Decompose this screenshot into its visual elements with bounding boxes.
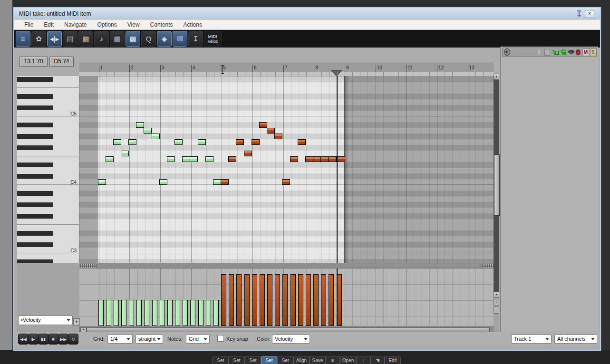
- black-key[interactable]: [17, 134, 53, 139]
- quantize-button[interactable]: Q: [141, 31, 156, 47]
- midi-note-G4[interactable]: [298, 139, 306, 145]
- velocity-bar[interactable]: [298, 274, 303, 326]
- menu-navigate[interactable]: Navigate: [59, 20, 92, 29]
- velocity-bar[interactable]: [290, 274, 296, 326]
- midi-note-C4[interactable]: [98, 179, 106, 185]
- velocity-bar[interactable]: [114, 300, 119, 326]
- midi-note-G4[interactable]: [252, 139, 260, 145]
- channel-dropdown[interactable]: All channels: [554, 335, 597, 344]
- midi-note-C4[interactable]: [221, 179, 229, 185]
- midi-note-G4[interactable]: [128, 139, 136, 145]
- forward-button[interactable]: ▶▶: [58, 334, 68, 345]
- scroll-down-button[interactable]: ▼: [494, 292, 499, 298]
- add-cc-lane-button[interactable]: +: [73, 318, 80, 326]
- taskbar-button-align[interactable]: Align: [293, 356, 310, 364]
- velocity-bar[interactable]: [229, 274, 234, 326]
- velocity-bar[interactable]: [329, 274, 334, 326]
- black-key[interactable]: [17, 123, 53, 127]
- velocity-bar[interactable]: [129, 300, 134, 326]
- taskbar-button-set[interactable]: Set: [229, 356, 245, 364]
- black-key[interactable]: [17, 259, 53, 263]
- track-play-icon[interactable]: ▶: [504, 48, 510, 56]
- menu-file[interactable]: File: [19, 20, 39, 29]
- velocity-bar[interactable]: [175, 300, 180, 326]
- midi-note-E4[interactable]: [182, 156, 190, 162]
- menu-actions[interactable]: Actions: [178, 20, 207, 29]
- pan-icon[interactable]: ◥: [370, 356, 385, 364]
- piano-roll-grid[interactable]: [79, 76, 494, 263]
- velocity-bar[interactable]: [206, 300, 211, 326]
- black-key[interactable]: [17, 214, 53, 219]
- black-key[interactable]: [17, 202, 53, 207]
- velocity-bar[interactable]: [306, 274, 311, 326]
- play-button[interactable]: ▶: [28, 334, 39, 345]
- midi-note-E4[interactable]: [328, 156, 336, 162]
- grid-rows-button[interactable]: ▩: [126, 31, 140, 47]
- velocity-bar[interactable]: [321, 274, 326, 326]
- splitter-grip-left[interactable]: [80, 264, 97, 268]
- black-key[interactable]: [17, 145, 53, 150]
- midi-velocity-label[interactable]: MIDIveloc: [204, 31, 222, 47]
- velocity-bar[interactable]: [213, 300, 219, 326]
- black-key[interactable]: [17, 174, 53, 179]
- track-import-icon[interactable]: [552, 49, 559, 56]
- taskbar-button-set[interactable]: Set: [261, 356, 277, 364]
- timeline-ruler[interactable]: 12345678910111213: [79, 62, 494, 77]
- taskbar-button-set[interactable]: Set: [245, 356, 261, 364]
- velocity-bar[interactable]: [267, 274, 272, 326]
- close-button[interactable]: ×: [585, 10, 594, 18]
- black-key[interactable]: [17, 242, 53, 247]
- velocity-bar[interactable]: [183, 300, 188, 326]
- midi-note-C4[interactable]: [159, 179, 167, 185]
- midi-note-E4[interactable]: [305, 156, 313, 162]
- midi-note-G4[interactable]: [236, 139, 244, 145]
- midi-note-A4[interactable]: [144, 128, 152, 134]
- midi-note-E4[interactable]: [320, 156, 329, 162]
- menu-icon[interactable]: ≡: [326, 356, 340, 364]
- midi-note-A#4[interactable]: [136, 122, 144, 128]
- piano-roll-view-button[interactable]: ≡: [16, 31, 30, 47]
- taskbar-button-set[interactable]: Set: [213, 356, 229, 364]
- velocity-bar[interactable]: [244, 274, 250, 326]
- grid-size-dropdown[interactable]: 1/4: [107, 335, 133, 344]
- midi-note-G4[interactable]: [174, 139, 183, 145]
- mute-button[interactable]: M: [582, 48, 589, 56]
- menu-contents[interactable]: Contents: [145, 20, 178, 29]
- zoom-in-button[interactable]: +: [494, 299, 499, 306]
- midi-note-F4[interactable]: [121, 151, 129, 156]
- cc-lane-selector[interactable]: •Velocity: [18, 316, 73, 325]
- velocity-bar[interactable]: [236, 274, 242, 326]
- velocity-bar[interactable]: [260, 274, 265, 326]
- eye-icon[interactable]: [568, 50, 573, 55]
- black-key[interactable]: [17, 77, 53, 82]
- key-snap-checkbox[interactable]: [217, 335, 224, 342]
- black-key[interactable]: [17, 191, 53, 196]
- step-input-button[interactable]: ▦: [110, 31, 125, 47]
- pin-icon[interactable]: [575, 10, 583, 18]
- midi-note-G#4[interactable]: [152, 134, 160, 139]
- taskbar-button-edit[interactable]: Edit: [385, 356, 401, 364]
- midi-note-E4[interactable]: [313, 156, 321, 162]
- velocity-bar[interactable]: [136, 300, 142, 326]
- midi-note-C4[interactable]: [213, 179, 221, 185]
- notes-dropdown[interactable]: Grid: [186, 335, 210, 344]
- midi-note-C4[interactable]: [282, 179, 290, 185]
- lane-splitter[interactable]: [79, 263, 494, 268]
- vertical-scrollbar-thumb[interactable]: [494, 154, 500, 216]
- lock-icon[interactable]: [561, 49, 566, 56]
- stop-button[interactable]: ■: [48, 334, 58, 345]
- center-view-button[interactable]: ◂|▸: [47, 31, 62, 47]
- track-row[interactable]: ▶ 1 M S: [502, 48, 597, 57]
- record-arm-icon[interactable]: [576, 49, 581, 55]
- velocity-bar[interactable]: [167, 300, 173, 326]
- track-checkbox[interactable]: [544, 49, 550, 56]
- track-dropdown[interactable]: Track 1: [511, 335, 552, 344]
- midi-note-G#4[interactable]: [274, 134, 282, 139]
- midi-note-E4[interactable]: [106, 156, 114, 162]
- black-key[interactable]: [17, 105, 53, 110]
- velocity-bar[interactable]: [190, 300, 195, 326]
- midi-note-E4[interactable]: [228, 156, 236, 162]
- midi-item-region[interactable]: [98, 76, 344, 263]
- velocity-bar[interactable]: [313, 274, 319, 326]
- black-key[interactable]: [17, 231, 53, 236]
